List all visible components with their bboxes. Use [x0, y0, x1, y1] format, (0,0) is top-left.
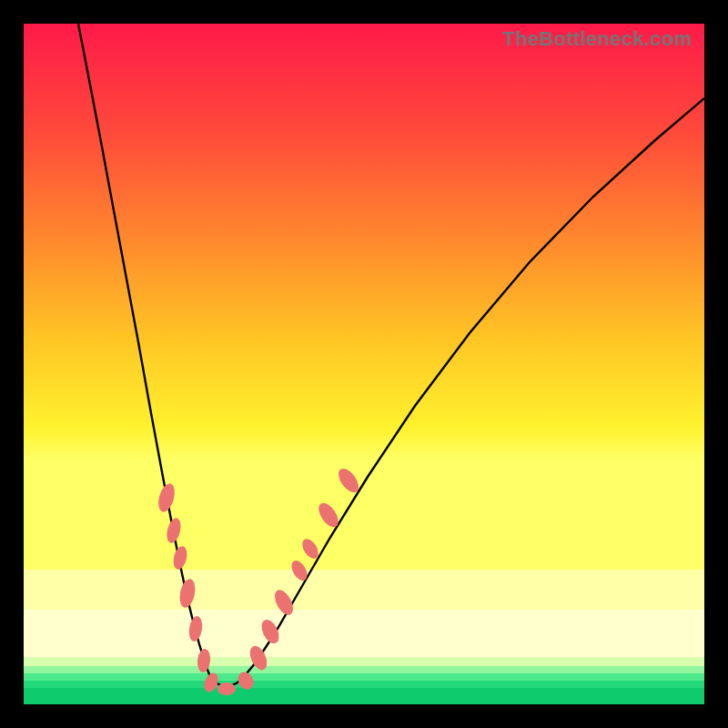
plot-area: TheBottleneck.com: [24, 24, 704, 704]
data-marker: [156, 481, 177, 513]
data-marker: [235, 669, 257, 692]
data-marker: [177, 578, 197, 609]
data-markers: [156, 465, 362, 695]
watermark-text: TheBottleneck.com: [502, 27, 692, 51]
data-marker: [258, 617, 283, 646]
data-marker: [187, 615, 204, 642]
data-marker: [165, 517, 183, 545]
curve-layer: [24, 24, 704, 704]
curve-right: [242, 98, 704, 679]
data-marker: [171, 545, 188, 571]
data-marker: [197, 648, 212, 672]
data-marker: [217, 682, 236, 695]
chart-stage: TheBottleneck.com: [0, 0, 728, 728]
